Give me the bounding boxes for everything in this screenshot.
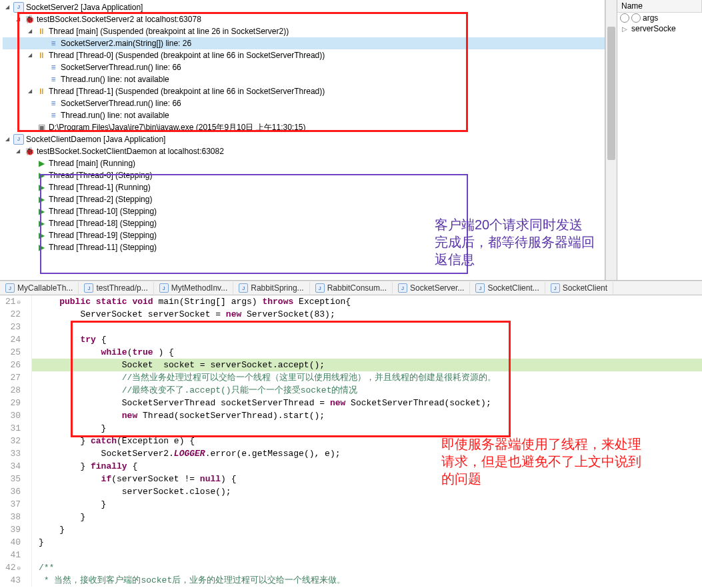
editor-tab[interactable]: JMyCallableTh... xyxy=(0,282,79,294)
editor-tab[interactable]: JRabbitConsum... xyxy=(310,282,393,294)
editor-tab[interactable]: JRabbitSpring... xyxy=(233,282,309,294)
tree-row[interactable]: ▣D:\Program Files\Java\jre7\bin\javaw.ex… xyxy=(3,121,605,133)
gutter-line[interactable]: 28 xyxy=(0,384,23,397)
gutter[interactable]: 2122232425262728293031323334353637383940… xyxy=(0,295,32,587)
gutter-line[interactable]: 31 xyxy=(0,422,23,435)
expand-caret-icon[interactable] xyxy=(25,219,35,228)
code-line[interactable]: try { xyxy=(32,333,702,346)
expand-caret-icon[interactable] xyxy=(37,99,47,108)
expand-caret-icon[interactable] xyxy=(37,39,47,48)
gutter-line[interactable]: 27 xyxy=(0,371,23,384)
code-line[interactable]: Socket socket = serverSocket.accept(); xyxy=(32,359,702,371)
tree-row[interactable]: ▶Thread [main] (Running) xyxy=(3,157,605,169)
tree-row[interactable]: JSocketServer2 [Java Application] xyxy=(3,1,605,13)
java-file-icon: J xyxy=(159,283,169,293)
expand-caret-icon[interactable] xyxy=(13,15,23,24)
editor-tab[interactable]: JSocketServer... xyxy=(393,282,470,294)
gutter-line[interactable]: 23 xyxy=(0,321,23,333)
tree-row[interactable]: JSocketClientDaemon [Java Application] xyxy=(3,133,605,145)
tree-row[interactable]: 🐞testBSocket.SocketClientDaemon at local… xyxy=(3,145,605,157)
code-line[interactable]: //最终改变不了.accept()只能一个一个接受socket的情况 xyxy=(32,384,702,397)
gutter-line[interactable]: 40 xyxy=(0,536,23,549)
gutter-line[interactable]: 26 xyxy=(0,359,23,371)
vertical-scrollbar[interactable] xyxy=(605,0,617,280)
expand-caret-icon[interactable] xyxy=(37,111,47,120)
editor-tab[interactable]: JSocketClient... xyxy=(470,282,545,294)
expand-caret-icon[interactable] xyxy=(37,75,47,84)
code-area[interactable]: 即使服务器端使用了线程，来处理请求，但是也避免不了上文中说到的问题 public… xyxy=(32,295,702,587)
code-line[interactable]: SocketServerThread socketServerThread = … xyxy=(32,397,702,409)
code-line[interactable]: } xyxy=(32,511,702,523)
expand-caret-icon[interactable] xyxy=(25,159,35,168)
editor-tab[interactable]: JtestThread/p... xyxy=(79,282,153,294)
expand-caret-icon[interactable] xyxy=(25,171,35,180)
expand-caret-icon[interactable] xyxy=(37,63,47,72)
tree-row[interactable]: ⏸Thread [Thread-1] (Suspended (breakpoin… xyxy=(3,85,605,97)
code-line[interactable] xyxy=(32,321,702,333)
tree-row[interactable]: ≡Thread.run() line: not available xyxy=(3,73,605,85)
variable-row[interactable]: args xyxy=(617,13,702,23)
gutter-line[interactable]: 22 xyxy=(0,308,23,321)
code-line[interactable]: new Thread(socketServerThread).start(); xyxy=(32,409,702,422)
code-line[interactable]: * 当然，接收到客户端的socket后，业务的处理过程可以交给一个线程来做。 xyxy=(32,574,702,587)
gutter-line[interactable]: 38 xyxy=(0,511,23,523)
editor-tab[interactable]: JSocketClient xyxy=(545,282,613,294)
gutter-line[interactable]: 35 xyxy=(0,473,23,485)
tree-row[interactable]: ▶Thread [Thread-0] (Stepping) xyxy=(3,169,605,181)
editor-tabs[interactable]: JMyCallableTh...JtestThread/p...JMytMeth… xyxy=(0,281,702,295)
gutter-line[interactable]: 36 xyxy=(0,485,23,498)
code-line[interactable]: } xyxy=(32,523,702,536)
tree-label: Thread [Thread-0] (Suspended (breakpoint… xyxy=(49,49,325,61)
gutter-line[interactable]: 39 xyxy=(0,523,23,536)
expand-caret-icon[interactable] xyxy=(25,87,35,96)
code-line[interactable]: while(true ) { xyxy=(32,346,702,359)
gutter-line[interactable]: 21 xyxy=(0,295,23,308)
tree-row[interactable]: ⏸Thread [main] (Suspended (breakpoint at… xyxy=(3,25,605,37)
variable-row[interactable]: ▷serverSocke xyxy=(617,23,702,34)
tree-label: Thread [Thread-19] (Stepping) xyxy=(49,229,157,241)
expand-caret-icon[interactable] xyxy=(3,3,12,12)
tree-row[interactable]: ▶Thread [Thread-2] (Stepping) xyxy=(3,193,605,205)
expand-caret-icon[interactable] xyxy=(25,27,35,36)
expand-caret-icon[interactable] xyxy=(25,183,35,192)
expand-caret-icon[interactable] xyxy=(25,51,35,60)
code-line[interactable] xyxy=(32,549,702,561)
editor-tab[interactable]: JMytMethodInv... xyxy=(154,282,233,294)
variables-col-name[interactable]: Name xyxy=(617,0,702,12)
tree-row[interactable]: ▶Thread [Thread-1] (Running) xyxy=(3,181,605,193)
tab-label: testThread/p... xyxy=(96,283,147,293)
code-line[interactable]: /** xyxy=(32,561,702,574)
tree-row[interactable]: ≡SocketServerThread.run() line: 66 xyxy=(3,61,605,73)
code-line[interactable]: //当然业务处理过程可以交给一个线程（这里可以使用线程池），并且线程的创建是很耗… xyxy=(32,371,702,384)
expand-caret-icon[interactable] xyxy=(25,123,35,132)
expand-caret-icon[interactable] xyxy=(13,147,23,156)
tree-row[interactable]: ≡Thread.run() line: not available xyxy=(3,109,605,121)
gutter-line[interactable]: 42 xyxy=(0,561,23,574)
gutter-line[interactable]: 37 xyxy=(0,498,23,511)
expand-caret-icon[interactable] xyxy=(25,195,35,204)
gutter-line[interactable]: 34 xyxy=(0,460,23,473)
code-line[interactable]: } xyxy=(32,422,702,435)
expand-caret-icon[interactable] xyxy=(25,243,35,252)
tree-row[interactable]: ≡SocketServer2.main(String[]) line: 26 xyxy=(3,37,605,49)
tree-row[interactable]: ≡SocketServerThread.run() line: 66 xyxy=(3,97,605,109)
tree-row[interactable]: ⏸Thread [Thread-0] (Suspended (breakpoin… xyxy=(3,49,605,61)
gutter-line[interactable]: 41 xyxy=(0,549,23,561)
gutter-line[interactable]: 43 xyxy=(0,574,23,587)
code-line[interactable]: } xyxy=(32,498,702,511)
expand-caret-icon[interactable] xyxy=(25,207,35,216)
scrollbar-thumb[interactable] xyxy=(607,27,615,160)
gutter-line[interactable]: 32 xyxy=(0,435,23,447)
code-line[interactable]: } xyxy=(32,536,702,549)
tree-row[interactable]: 🐞testBSocket.SocketServer2 at localhost:… xyxy=(3,13,605,25)
gutter-line[interactable]: 24 xyxy=(0,333,23,346)
gutter-line[interactable]: 29 xyxy=(0,397,23,409)
gutter-line[interactable]: 30 xyxy=(0,409,23,422)
tree-label: SocketServer2 [Java Application] xyxy=(26,1,143,13)
code-line[interactable]: public static void main(String[] args) t… xyxy=(32,295,702,308)
expand-caret-icon[interactable] xyxy=(3,135,12,144)
gutter-line[interactable]: 33 xyxy=(0,447,23,460)
code-line[interactable]: ServerSocket serverSocket = new ServerSo… xyxy=(32,308,702,321)
gutter-line[interactable]: 25 xyxy=(0,346,23,359)
expand-caret-icon[interactable] xyxy=(25,231,35,240)
